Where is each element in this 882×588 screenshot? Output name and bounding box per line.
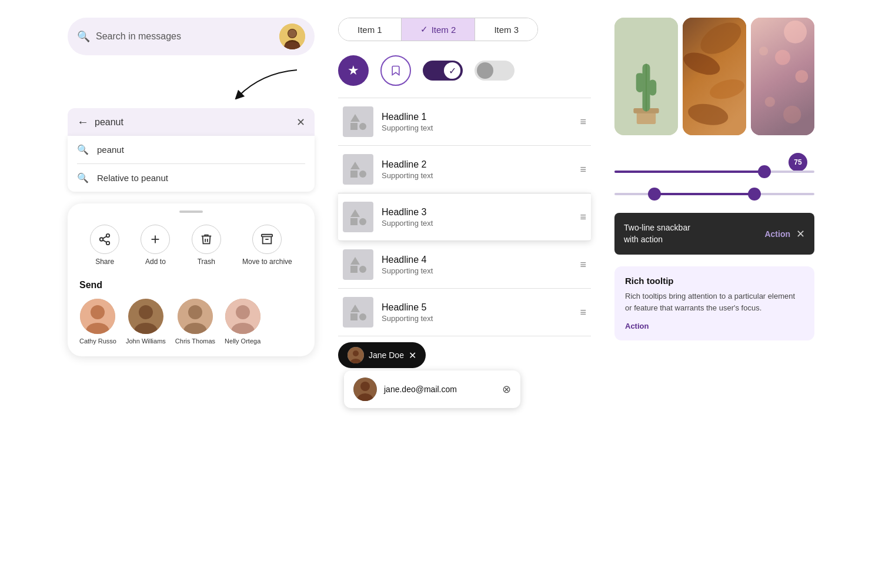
snackbar-close-icon[interactable]: ✕ [796, 228, 805, 240]
list-support-4: Supporting text [382, 266, 572, 275]
search-input-row[interactable]: ← ✕ [68, 108, 315, 136]
share-actions: Share Add to Trash [79, 225, 303, 266]
share-action-add[interactable]: Add to [141, 225, 170, 266]
contact-name-nelly: Nelly Ortega [225, 338, 260, 345]
toggle-knob-off [477, 62, 493, 79]
drag-icon-3[interactable]: ≡ [580, 211, 586, 223]
share-action-share[interactable]: Share [90, 225, 119, 266]
bookmark-button[interactable] [380, 55, 411, 86]
trash-label: Trash [198, 258, 215, 266]
svg-line-8 [103, 240, 106, 242]
contact-cathy[interactable]: Cathy Russo [79, 299, 116, 345]
snackbar-line2: with action [624, 234, 759, 246]
contact-chris[interactable]: Chris Thomas [175, 299, 215, 345]
suggestion-peanut[interactable]: 🔍 peanut [68, 136, 315, 163]
search-placeholder: Search in messages [96, 31, 273, 42]
range-thumb-left[interactable] [648, 188, 661, 201]
chip-dropdown-close-icon[interactable]: ⊗ [502, 383, 511, 396]
list-item-2[interactable]: Headline 2 Supporting text ≡ [338, 146, 591, 193]
list-item-4[interactable]: Headline 4 Supporting text ≡ [338, 241, 591, 289]
contact-nelly[interactable]: Nelly Ortega [225, 299, 260, 345]
search-icon: 🔍 [77, 30, 90, 43]
tooltip-action-button[interactable]: Action [625, 322, 649, 330]
list-text-1: Headline 1 Supporting text [382, 112, 572, 132]
list-icon-4 [343, 249, 373, 280]
range-thumb-right[interactable] [748, 188, 761, 201]
bookmark-icon [390, 65, 402, 76]
seg-item-1[interactable]: Item 1 [339, 18, 402, 41]
trash-icon [192, 225, 221, 254]
slider-range-wrapper [614, 187, 814, 195]
svg-point-17 [139, 305, 153, 319]
seg-item-2-label: Item 2 [432, 25, 456, 35]
svg-point-6 [100, 238, 103, 241]
share-action-archive[interactable]: Move to archive [242, 225, 292, 266]
star-icon: ★ [348, 63, 359, 78]
suggestion-text-1: peanut [97, 145, 124, 155]
star-button[interactable]: ★ [338, 55, 369, 86]
list-support-2: Supporting text [382, 171, 572, 180]
drag-icon-1[interactable]: ≡ [580, 116, 586, 128]
drag-icon-2[interactable]: ≡ [580, 163, 586, 176]
icon-row: ★ ✓ [338, 55, 591, 86]
chip-jane-doe[interactable]: Jane Doe ✕ [338, 342, 426, 368]
toggle-off[interactable] [475, 61, 514, 81]
share-label: Share [95, 258, 114, 266]
clear-icon[interactable]: ✕ [296, 116, 305, 129]
image-bubbles [751, 18, 814, 135]
cactus-svg [614, 18, 678, 135]
bubbles-svg [751, 18, 814, 135]
svg-rect-36 [636, 74, 644, 79]
seg-item-3[interactable]: Item 3 [475, 18, 537, 41]
contact-avatar-john [128, 299, 163, 334]
list-text-4: Headline 4 Supporting text [382, 255, 572, 275]
add-label: Add to [145, 258, 166, 266]
snackbar-line1: Two-line snackbar [624, 222, 759, 234]
contact-name-cathy: Cathy Russo [79, 338, 116, 345]
list-item-3[interactable]: Headline 3 Supporting text ≡ [338, 193, 591, 241]
search-icon-small-2: 🔍 [77, 172, 89, 183]
add-icon [141, 225, 170, 254]
suggestion-relative[interactable]: 🔍 Relative to peanut [68, 164, 315, 192]
list-item-1[interactable]: Headline 1 Supporting text ≡ [338, 98, 591, 146]
list-headline-1: Headline 1 [382, 112, 572, 122]
search-icon-small: 🔍 [77, 144, 89, 155]
contact-avatar-nelly [225, 299, 260, 334]
image-cactus [614, 18, 678, 135]
seg-item-2[interactable]: ✓ Item 2 [402, 18, 476, 41]
snackbar-text: Two-line snackbar with action [624, 222, 759, 245]
list-headline-5: Headline 5 [382, 302, 572, 313]
svg-point-20 [188, 305, 202, 319]
list-icon-2 [343, 154, 373, 185]
tooltip-body: Rich tooltips bring attention to a parti… [625, 290, 804, 313]
snackbar-action-button[interactable]: Action [764, 229, 790, 239]
chip-close-icon[interactable]: ✕ [409, 350, 416, 361]
svg-point-26 [353, 350, 359, 356]
list-text-2: Headline 2 Supporting text [382, 159, 572, 180]
drag-icon-4[interactable]: ≡ [580, 259, 586, 271]
suggestion-text-2: Relative to peanut [97, 173, 168, 183]
drag-icon-5[interactable]: ≡ [580, 306, 586, 319]
chip-avatar [348, 347, 364, 363]
back-icon[interactable]: ← [77, 115, 89, 129]
list-headline-2: Headline 2 [382, 159, 572, 170]
slider-thumb-1[interactable] [758, 165, 771, 178]
toggle-on[interactable]: ✓ [423, 61, 463, 81]
contact-john[interactable]: John Williams [126, 299, 166, 345]
list-item-5[interactable]: Headline 5 Supporting text ≡ [338, 289, 591, 336]
share-sheet: Share Add to Trash [68, 203, 315, 356]
archive-label: Move to archive [242, 258, 292, 266]
share-action-trash[interactable]: Trash [192, 225, 221, 266]
chip-area: Jane Doe ✕ jane.deo@mail.com ⊗ [338, 342, 591, 408]
svg-line-9 [103, 236, 106, 239]
list-support-1: Supporting text [382, 123, 572, 132]
send-label: Send [79, 280, 303, 290]
slider-range-track[interactable] [614, 193, 814, 195]
search-input[interactable] [95, 117, 290, 128]
arrow-decoration [68, 67, 315, 96]
checkmark-icon: ✓ [420, 24, 428, 35]
search-bar-top[interactable]: 🔍 Search in messages [68, 18, 315, 55]
contact-avatar-cathy [80, 299, 115, 334]
avatar[interactable] [279, 24, 305, 49]
slider-track-1[interactable] [614, 171, 814, 173]
